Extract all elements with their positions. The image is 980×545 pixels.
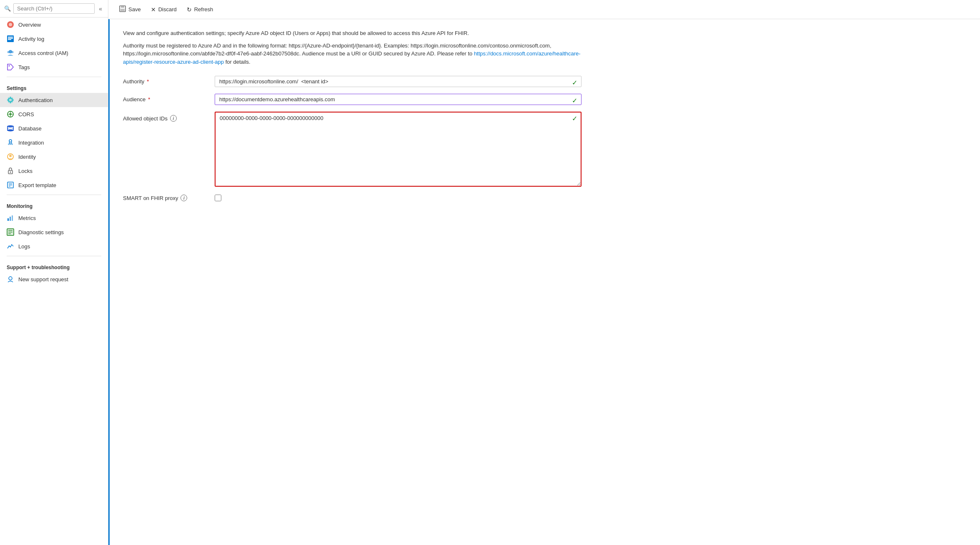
sidebar-item-label: Export template: [18, 182, 56, 188]
sidebar-navigation: Overview Activity log Access control (IA…: [0, 18, 108, 537]
support-section-label: Support + troubleshooting: [0, 259, 108, 272]
sidebar-item-identity[interactable]: Identity: [0, 150, 108, 164]
sidebar-item-overview[interactable]: Overview: [0, 18, 108, 32]
allowed-object-ids-row: Allowed object IDs i 00000000-0000-0000-…: [123, 112, 581, 188]
sidebar-item-label: Identity: [18, 154, 36, 160]
tags-icon: [7, 63, 14, 71]
svg-point-1: [9, 23, 12, 26]
sidebar-item-label: Access control (IAM): [18, 50, 68, 56]
authority-label: Authority *: [123, 76, 215, 85]
audience-row: Audience * ✓: [123, 94, 581, 105]
sidebar-item-access-control[interactable]: Access control (IAM): [0, 46, 108, 60]
sidebar-item-label: Authentication: [18, 97, 53, 103]
description-paragraph-1: View and configure authentication settin…: [123, 29, 581, 38]
smart-fhir-row: SMART on FHIR proxy i: [123, 195, 581, 201]
svg-rect-5: [8, 39, 11, 40]
description-paragraph-2: Authority must be registered to Azure AD…: [123, 42, 581, 66]
audience-required-star: *: [148, 96, 150, 102]
diagnostic-settings-icon: [7, 228, 14, 236]
monitoring-section-label: Monitoring: [0, 198, 108, 211]
svg-point-25: [9, 140, 12, 142]
sidebar-item-locks[interactable]: Locks: [0, 164, 108, 178]
audience-valid-icon: ✓: [572, 97, 577, 105]
discard-button[interactable]: ✕ Discard: [147, 4, 181, 15]
sidebar-item-activity-log[interactable]: Activity log: [0, 32, 108, 46]
locks-icon: [7, 167, 14, 175]
svg-point-29: [9, 155, 12, 157]
settings-section-label: Settings: [0, 80, 108, 93]
sidebar: 🔍 « Overview Activity log Access control…: [0, 0, 108, 545]
access-control-icon: [7, 49, 14, 57]
allowed-object-ids-valid-icon: ✓: [572, 115, 577, 122]
authority-required-star: *: [147, 78, 149, 85]
save-button[interactable]: Save: [115, 3, 145, 15]
toolbar: Save ✕ Discard ↻ Refresh: [108, 0, 980, 19]
svg-point-10: [9, 65, 10, 67]
allowed-object-ids-textarea[interactable]: 00000000-0000-0000-0000-000000000000: [215, 112, 581, 187]
metrics-icon: [7, 214, 14, 222]
save-label: Save: [128, 6, 141, 12]
export-template-icon: [7, 181, 14, 189]
discard-icon: ✕: [151, 6, 156, 13]
sidebar-item-new-support-request[interactable]: New support request: [0, 272, 108, 286]
svg-point-8: [12, 51, 14, 53]
svg-rect-4: [8, 38, 13, 39]
sidebar-item-logs[interactable]: Logs: [0, 239, 108, 253]
save-icon: [119, 5, 126, 13]
refresh-icon: ↻: [187, 6, 192, 13]
search-icon: 🔍: [4, 5, 11, 12]
audience-input-wrap: ✓: [215, 94, 581, 105]
collapse-button[interactable]: «: [97, 5, 104, 13]
sidebar-item-label: Database: [18, 125, 42, 132]
sidebar-item-integration[interactable]: Integration: [0, 135, 108, 150]
smart-fhir-checkbox[interactable]: [215, 195, 221, 201]
smart-fhir-info-icon[interactable]: i: [180, 195, 187, 201]
svg-rect-3: [8, 37, 13, 38]
description-text-part2: for details.: [224, 59, 251, 65]
svg-rect-46: [121, 6, 124, 8]
allowed-object-ids-info-icon[interactable]: i: [170, 115, 177, 122]
sidebar-item-export-template[interactable]: Export template: [0, 178, 108, 192]
svg-rect-37: [10, 217, 11, 221]
new-support-request-icon: [7, 275, 14, 283]
svg-point-26: [8, 143, 10, 145]
integration-icon: [7, 139, 14, 146]
sidebar-item-label: New support request: [18, 276, 68, 282]
svg-marker-9: [8, 64, 13, 70]
sidebar-item-label: Integration: [18, 140, 44, 146]
sidebar-item-label: Activity log: [18, 36, 44, 42]
sidebar-item-label: Diagnostic settings: [18, 229, 64, 235]
content-area: View and configure authentication settin…: [108, 19, 980, 545]
sidebar-item-label: Metrics: [18, 215, 36, 221]
audience-input[interactable]: [215, 94, 581, 105]
sidebar-item-metrics[interactable]: Metrics: [0, 211, 108, 225]
database-icon: [7, 125, 14, 132]
discard-label: Discard: [158, 6, 177, 12]
svg-point-44: [9, 277, 12, 280]
logs-icon: [7, 242, 14, 250]
refresh-button[interactable]: ↻ Refresh: [183, 4, 218, 15]
sidebar-item-label: Locks: [18, 168, 33, 174]
sidebar-search-area: 🔍 «: [0, 0, 108, 18]
sidebar-item-database[interactable]: Database: [0, 121, 108, 135]
main-content-area: Save ✕ Discard ↻ Refresh View and config…: [108, 0, 980, 545]
search-input[interactable]: [13, 3, 95, 14]
svg-rect-47: [120, 9, 125, 11]
sidebar-item-diagnostic-settings[interactable]: Diagnostic settings: [0, 225, 108, 239]
authentication-icon: [7, 96, 14, 104]
sidebar-item-cors[interactable]: CORS: [0, 107, 108, 121]
cors-icon: [7, 110, 14, 118]
authority-valid-icon: ✓: [572, 79, 577, 87]
divider-support: [7, 256, 101, 256]
sidebar-item-tags[interactable]: Tags: [0, 60, 108, 74]
sidebar-item-label: CORS: [18, 111, 34, 118]
allowed-object-ids-label: Allowed object IDs i: [123, 112, 215, 122]
svg-rect-38: [12, 215, 13, 221]
authority-input[interactable]: [215, 76, 581, 87]
activity-log-icon: [7, 35, 14, 42]
sidebar-item-authentication[interactable]: Authentication: [0, 93, 108, 107]
divider-monitoring: [7, 195, 101, 195]
svg-point-7: [8, 51, 10, 53]
svg-point-24: [8, 128, 13, 129]
overview-icon: [7, 21, 14, 28]
